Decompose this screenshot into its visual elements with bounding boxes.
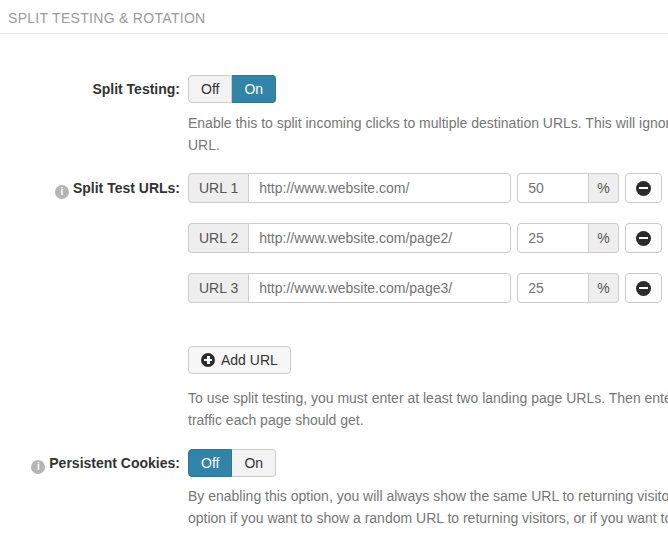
split-testing-off-button[interactable]: Off: [188, 75, 232, 103]
split-test-urls-label: Split Test URLs:: [0, 173, 180, 203]
add-url-button-label: Add URL: [221, 352, 278, 368]
url-row: URL 1 %: [188, 173, 668, 203]
percent-input[interactable]: [517, 173, 589, 203]
url-row: URL 3 %: [188, 273, 668, 303]
percent-input[interactable]: [517, 273, 589, 303]
info-icon[interactable]: [31, 460, 45, 474]
info-icon[interactable]: [55, 185, 69, 199]
persistent-cookies-help: By enabling this option, you will always…: [188, 485, 668, 535]
persistent-cookies-off-button[interactable]: Off: [188, 449, 232, 477]
percent-addon: %: [589, 273, 618, 303]
percent-addon: %: [589, 173, 618, 203]
remove-url-button[interactable]: [625, 273, 662, 303]
minus-circle-icon: [636, 281, 651, 296]
split-test-urls-help: To use split testing, you must enter at …: [188, 387, 668, 431]
persistent-cookies-toggle: Off On: [188, 449, 276, 477]
minus-circle-icon: [636, 181, 651, 196]
split-testing-help: Enable this to split incoming clicks to …: [188, 112, 668, 156]
percent-input-group: %: [517, 223, 618, 253]
persistent-cookies-row: Persistent Cookies: Off On By enabling t…: [0, 449, 668, 535]
minus-circle-icon: [636, 231, 651, 246]
persistent-cookies-on-button[interactable]: On: [232, 449, 276, 477]
plus-circle-icon: [201, 353, 215, 367]
persistent-cookies-label-text: Persistent Cookies:: [49, 455, 180, 471]
help-text-line: Enable this to split incoming clicks to …: [188, 112, 668, 134]
percent-input-group: %: [517, 173, 618, 203]
percent-addon: %: [589, 223, 618, 253]
url-input-group: URL 3: [188, 273, 511, 303]
percent-input[interactable]: [517, 223, 589, 253]
url-prefix-addon: URL 3: [188, 273, 248, 303]
split-testing-label: Split Testing:: [0, 75, 180, 103]
split-testing-toggle: Off On: [188, 75, 276, 103]
help-text-line: By enabling this option, you will always…: [188, 485, 668, 507]
url-input[interactable]: [248, 173, 511, 203]
section-title: SPLIT TESTING & ROTATION: [8, 10, 668, 26]
split-testing-row: Split Testing: Off On Enable this to spl…: [0, 75, 668, 156]
remove-url-button[interactable]: [625, 223, 662, 253]
remove-url-button[interactable]: [625, 173, 662, 203]
split-test-urls-row: Split Test URLs: URL 1 % URL 2 %: [0, 173, 668, 431]
url-prefix-addon: URL 2: [188, 223, 248, 253]
url-input-group: URL 1: [188, 173, 511, 203]
url-input-group: URL 2: [188, 223, 511, 253]
url-row: URL 2 %: [188, 223, 668, 253]
url-prefix-addon: URL 1: [188, 173, 248, 203]
persistent-cookies-label: Persistent Cookies:: [0, 449, 180, 477]
split-testing-on-button[interactable]: On: [232, 75, 276, 103]
split-test-urls-label-text: Split Test URLs:: [73, 180, 180, 196]
divider: [0, 33, 668, 34]
help-text-line: URL.: [188, 134, 668, 156]
help-text-line: option if you want to show a random URL …: [188, 507, 668, 529]
help-text-line: traffic each page should get.: [188, 409, 668, 431]
url-input[interactable]: [248, 223, 511, 253]
help-text-line: a URL rotator.: [188, 529, 668, 535]
url-input[interactable]: [248, 273, 511, 303]
percent-input-group: %: [517, 273, 618, 303]
add-url-button[interactable]: Add URL: [188, 346, 291, 374]
help-text-line: To use split testing, you must enter at …: [188, 387, 668, 409]
